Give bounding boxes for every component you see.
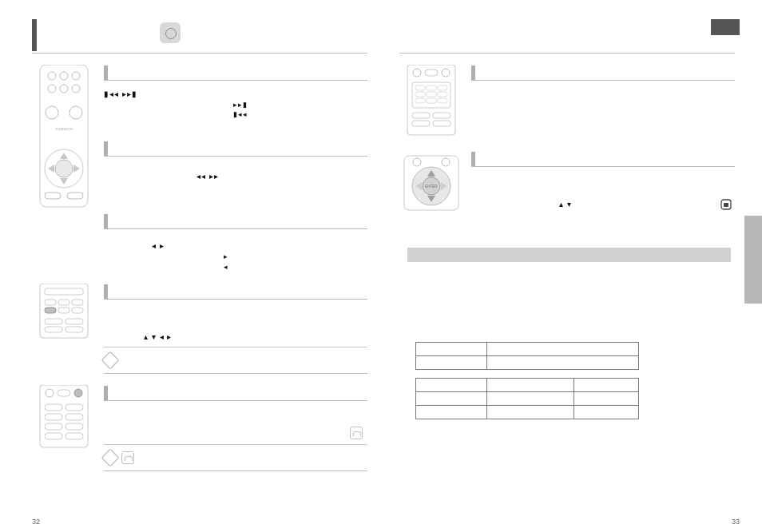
svg-rect-0: [40, 65, 88, 207]
side-index-tab: [744, 216, 762, 304]
section-zoom: ▴ ▾ ◂ ▸: [32, 284, 367, 375]
header-rule-right: [399, 53, 735, 54]
table-row: [416, 406, 639, 419]
slow-glyphs-2: ▸: [224, 252, 228, 260]
hand-icon: [121, 451, 134, 464]
table-row: [416, 343, 639, 356]
skip-glyphs-2: ▸▸▮: [233, 101, 248, 109]
table-2: [415, 378, 639, 419]
skip-glyphs-1: ▮◂◂ ▸▸▮: [104, 89, 137, 98]
page-number-left: 32: [32, 518, 40, 526]
section-marker: [104, 386, 108, 400]
remote-illustration-3: [32, 385, 96, 452]
note-icon: [101, 449, 120, 467]
section-marker: [104, 141, 108, 156]
svg-text:ENTER: ENTER: [425, 185, 438, 189]
table-row: [416, 379, 639, 392]
section-marker: [104, 66, 108, 80]
angle-box-icon: [720, 199, 732, 210]
table-row: [416, 392, 639, 406]
note-row-1: [104, 347, 367, 373]
section-marker: [104, 284, 108, 299]
section-angle: ENTER ▴ ▾: [399, 151, 735, 218]
remote-illustration-1: TUNING/CH: [32, 65, 96, 212]
section-marker: [104, 214, 108, 228]
table-row: [416, 356, 639, 370]
note-row-2: [104, 444, 367, 470]
section-skip: TUNING/CH ▮◂◂ ▸▸▮ ▸▸▮ ▮◂◂ ◂◂ ▸▸ ◂ ▸ ▸ ◂: [32, 65, 367, 272]
note-icon: [101, 351, 120, 370]
remote-illustration-4: [399, 65, 463, 140]
section-marker: [471, 66, 475, 80]
page-number-right: 33: [732, 518, 740, 526]
svg-rect-42: [407, 65, 455, 135]
updown-glyphs: ▴ ▾: [559, 200, 572, 208]
svg-point-11: [55, 160, 73, 177]
remote-illustration-2: [32, 284, 96, 343]
svg-rect-23: [45, 308, 56, 313]
hand-icon: [350, 427, 363, 439]
gray-divider-bar: [407, 248, 731, 262]
table-1: [415, 342, 639, 370]
slow-glyphs-3: ◂: [224, 263, 228, 271]
section-marker: [471, 152, 475, 166]
section-audio: [399, 65, 735, 140]
left-column: TUNING/CH ▮◂◂ ▸▸▮ ▸▸▮ ▮◂◂ ◂◂ ▸▸ ◂ ▸ ▸ ◂: [32, 14, 367, 494]
cursor-glyphs: ▴ ▾ ◂ ▸: [144, 332, 172, 341]
svg-rect-71: [724, 203, 728, 207]
svg-text:TUNING/CH: TUNING/CH: [55, 127, 73, 131]
section-ezview: [32, 385, 367, 471]
slow-glyphs-1: ◂ ▸: [152, 241, 165, 250]
search-glyphs: ◂◂ ▸▸: [196, 172, 219, 181]
header-rule-left: [32, 53, 367, 54]
data-tables: [415, 335, 639, 419]
dpad-illustration: ENTER: [399, 151, 463, 218]
skip-glyphs-3: ▮◂◂: [233, 110, 248, 118]
svg-point-33: [74, 389, 82, 397]
